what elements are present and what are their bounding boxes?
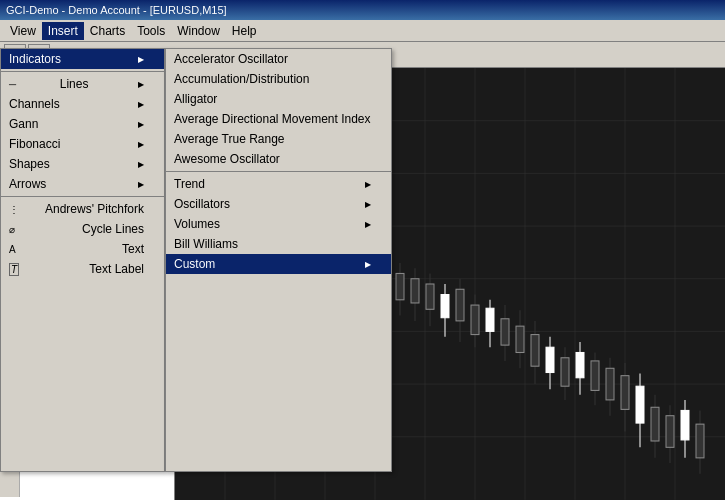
menu-help[interactable]: Help [226,22,263,40]
menu-item-textlabel[interactable]: T Text Label [1,259,164,279]
svg-rect-80 [666,416,674,448]
separator-1 [1,71,164,72]
menu-item-fibonacci[interactable]: Fibonacci [1,134,164,154]
menu-item-cyclelines[interactable]: ⌀ Cycle Lines [1,219,164,239]
menu-insert[interactable]: Insert [42,22,84,40]
menu-item-lines[interactable]: ─ Lines [1,74,164,94]
indicators-submenu: Accelerator Oscillator Accumulation/Dist… [165,48,392,472]
menu-item-text[interactable]: A Text [1,239,164,259]
text-icon: A [9,244,16,255]
cycle-icon: ⌀ [9,224,15,235]
svg-rect-76 [636,386,644,423]
insert-menu-popup: Indicators ─ Lines Channels Gann Fibonac… [0,48,165,472]
svg-rect-84 [696,424,704,458]
separator-2 [1,196,164,197]
menu-item-arrows[interactable]: Arrows [1,174,164,194]
menu-item-channels[interactable]: Channels [1,94,164,114]
menu-item-admi[interactable]: Average Directional Movement Index [166,109,391,129]
menu-tools[interactable]: Tools [131,22,171,40]
menu-item-awesome-osc[interactable]: Awesome Oscillator [166,149,391,169]
svg-rect-78 [651,407,659,441]
menu-item-volumes[interactable]: Volumes [166,214,391,234]
menu-item-accelerator-osc[interactable]: Accelerator Oscillator [166,49,391,69]
menu-item-atr[interactable]: Average True Range [166,129,391,149]
menu-charts[interactable]: Charts [84,22,131,40]
title-text: GCI-Demo - Demo Account - [EURUSD,M15] [6,4,227,16]
separator-ind-1 [166,171,391,172]
menu-item-trend[interactable]: Trend [166,174,391,194]
menu-view[interactable]: View [4,22,42,40]
menu-item-accumulation-dist[interactable]: Accumulation/Distribution [166,69,391,89]
lines-icon: ─ [9,79,16,90]
menu-item-oscillators[interactable]: Oscillators [166,194,391,214]
menu-item-billwilliams[interactable]: Bill Williams [166,234,391,254]
menu-item-shapes[interactable]: Shapes [1,154,164,174]
menu-window[interactable]: Window [171,22,226,40]
menu-item-indicators[interactable]: Indicators [1,49,164,69]
pitchfork-icon: ⋮ [9,204,19,215]
title-bar: GCI-Demo - Demo Account - [EURUSD,M15] [0,0,725,20]
dropdown-container: Indicators ─ Lines Channels Gann Fibonac… [0,46,632,472]
menu-item-custom[interactable]: Custom [166,254,391,274]
svg-rect-82 [681,410,689,440]
menu-bar: View Insert Charts Tools Window Help [0,20,725,42]
textlabel-icon: T [9,263,19,276]
menu-item-alligator[interactable]: Alligator [166,89,391,109]
menu-item-gann[interactable]: Gann [1,114,164,134]
menu-item-pitchfork[interactable]: ⋮ Andrews' Pitchfork [1,199,164,219]
